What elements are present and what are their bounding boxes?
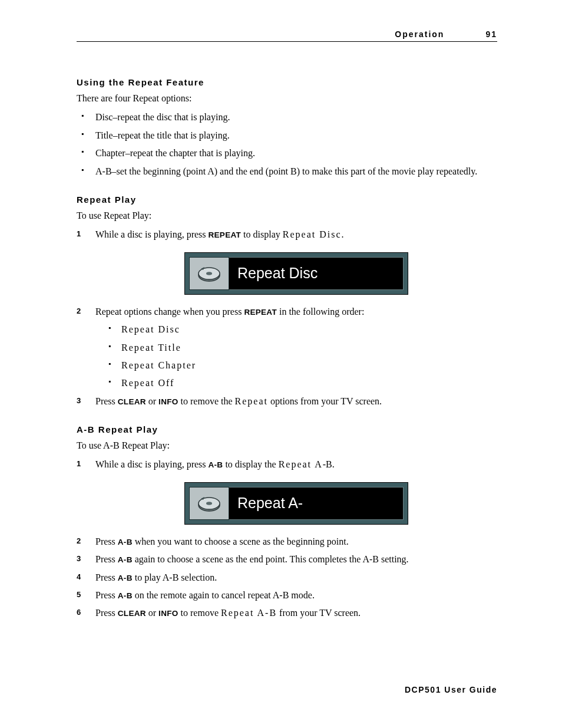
osd-text: Repeat A- <box>229 487 404 520</box>
osd-repeat-disc: Repeat Disc <box>184 252 408 295</box>
step-item: Repeat options change when you press REP… <box>77 305 497 390</box>
key-ab: A-B <box>118 574 133 582</box>
intro-using-repeat: There are four Repeat options: <box>77 92 497 105</box>
svg-point-5 <box>206 502 212 505</box>
header-page-number: 91 <box>485 29 497 39</box>
ab-repeat-steps: While a disc is playing, press A-B to di… <box>77 458 497 620</box>
key-ab: A-B <box>118 555 133 564</box>
page: Operation 91 Using the Repeat Feature Th… <box>0 0 562 724</box>
osd-text: Repeat Disc <box>229 257 404 290</box>
repeat-order-list: Repeat Disc Repeat Title Repeat Chapter … <box>106 323 497 390</box>
key-info: INFO <box>158 609 178 618</box>
step-item: Press A-B to play A-B selection. <box>77 571 497 584</box>
step-item: While a disc is playing, press REPEAT to… <box>77 228 497 294</box>
repeat-options-list: Disc–repeat the disc that is playing. Ti… <box>77 111 497 178</box>
key-ab: A-B <box>118 538 133 546</box>
list-item: A-B–set the beginning (point A) and the … <box>77 165 497 178</box>
step-item: Press A-B on the remote again to cancel … <box>77 589 497 602</box>
key-clear: CLEAR <box>118 609 146 618</box>
key-repeat: REPEAT <box>209 230 242 239</box>
list-item: Repeat Off <box>106 377 497 390</box>
key-info: INFO <box>158 397 178 406</box>
disc-icon <box>189 257 229 290</box>
page-footer: DCP501 User Guide <box>77 685 497 694</box>
key-repeat: REPEAT <box>244 308 277 317</box>
key-clear: CLEAR <box>118 397 146 406</box>
page-header: Operation 91 <box>77 29 497 42</box>
heading-using-repeat: Using the Repeat Feature <box>77 77 497 87</box>
step-item: While a disc is playing, press A-B to di… <box>77 458 497 524</box>
key-ab: A-B <box>118 591 133 600</box>
osd-repeat-a: Repeat A- <box>184 482 408 525</box>
heading-repeat-play: Repeat Play <box>77 195 497 205</box>
step-item: Press CLEAR or INFO to remove the Repeat… <box>77 395 497 408</box>
list-item: Title–repeat the title that is playing. <box>77 129 497 142</box>
step-item: Press A-B again to choose a scene as the… <box>77 553 497 566</box>
list-item: Repeat Disc <box>106 323 497 336</box>
header-section: Operation <box>395 29 444 39</box>
key-ab: A-B <box>209 460 223 469</box>
list-item: Chapter–repeat the chapter that is playi… <box>77 147 497 160</box>
step-item: Press A-B when you want to choose a scen… <box>77 535 497 548</box>
intro-repeat-play: To use Repeat Play: <box>77 209 497 222</box>
list-item: Repeat Title <box>106 341 497 354</box>
svg-point-2 <box>206 272 212 275</box>
heading-ab-repeat: A-B Repeat Play <box>77 424 497 434</box>
list-item: Repeat Chapter <box>106 359 497 372</box>
repeat-play-steps: While a disc is playing, press REPEAT to… <box>77 228 497 408</box>
intro-ab-repeat: To use A-B Repeat Play: <box>77 439 497 452</box>
list-item: Disc–repeat the disc that is playing. <box>77 111 497 124</box>
disc-icon <box>189 487 229 520</box>
step-item: Press CLEAR or INFO to remove Repeat A-B… <box>77 607 497 620</box>
